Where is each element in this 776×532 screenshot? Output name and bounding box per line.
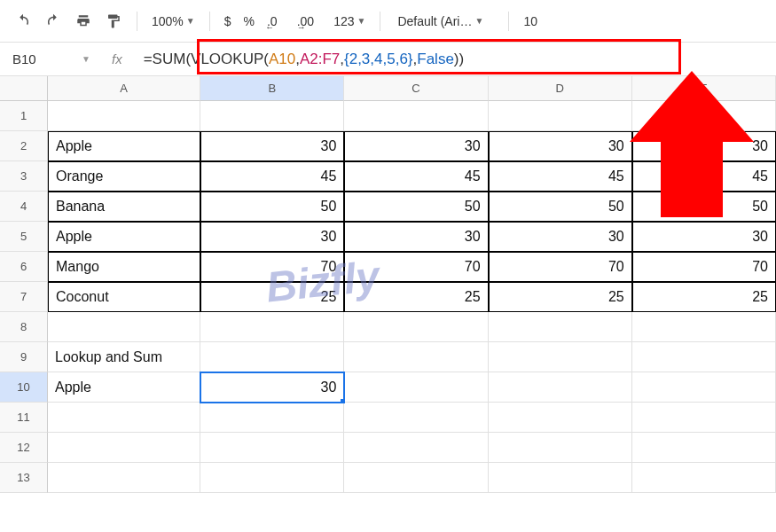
- increase-decimal-button[interactable]: .00 →: [294, 14, 317, 28]
- row-header-10[interactable]: 10: [0, 372, 48, 403]
- cell-E13[interactable]: [632, 463, 776, 493]
- cell-A3[interactable]: Orange: [48, 161, 200, 192]
- row-header-12[interactable]: 12: [0, 433, 48, 463]
- row-header-13[interactable]: 13: [0, 463, 48, 493]
- cell-C1[interactable]: [344, 101, 488, 131]
- cell-B13[interactable]: [200, 463, 344, 493]
- row-header-2[interactable]: 2: [0, 131, 48, 161]
- cell-D2[interactable]: 30: [489, 131, 632, 161]
- row-header-5[interactable]: 5: [0, 222, 48, 252]
- zoom-dropdown[interactable]: 100% ▼: [148, 14, 199, 28]
- cell-B8[interactable]: [200, 312, 344, 342]
- row-header-11[interactable]: 11: [0, 403, 48, 433]
- cell-A5[interactable]: Apple: [48, 222, 200, 252]
- row-header-9[interactable]: 9: [0, 342, 48, 372]
- active-cell-name: B10: [12, 51, 36, 66]
- cell-B7[interactable]: 25: [200, 282, 344, 312]
- cell-C6[interactable]: 70: [344, 252, 488, 282]
- cell-D10[interactable]: [489, 372, 632, 403]
- cell-A2[interactable]: Apple: [48, 131, 200, 161]
- print-button[interactable]: [71, 9, 96, 34]
- paint-format-button[interactable]: [101, 9, 126, 34]
- cell-E3[interactable]: 45: [632, 161, 776, 192]
- cell-B3[interactable]: 45: [200, 161, 344, 192]
- cell-A13[interactable]: [48, 463, 200, 493]
- cell-C12[interactable]: [344, 433, 488, 463]
- select-all-corner[interactable]: [0, 76, 48, 101]
- cell-C7[interactable]: 25: [344, 282, 488, 312]
- column-header-E[interactable]: E: [632, 76, 776, 101]
- cell-C10[interactable]: [344, 372, 488, 403]
- cell-C11[interactable]: [344, 403, 488, 433]
- cell-E11[interactable]: [632, 403, 776, 433]
- cell-C3[interactable]: 45: [344, 161, 488, 192]
- percent-button[interactable]: %: [240, 14, 258, 28]
- cell-B2[interactable]: 30: [200, 131, 344, 161]
- cell-E7[interactable]: 25: [632, 282, 776, 312]
- name-box[interactable]: B10 ▼: [9, 48, 98, 71]
- row-header-1[interactable]: 1: [0, 101, 48, 131]
- cell-D1[interactable]: [489, 101, 632, 131]
- row-header-8[interactable]: 8: [0, 312, 48, 342]
- cell-D6[interactable]: 70: [489, 252, 632, 282]
- cell-D11[interactable]: [489, 403, 632, 433]
- cell-B4[interactable]: 50: [200, 192, 344, 222]
- cell-B10[interactable]: 30: [200, 372, 344, 403]
- cell-A4[interactable]: Banana: [48, 192, 200, 222]
- cell-C4[interactable]: 50: [344, 192, 488, 222]
- font-size-input[interactable]: 10: [520, 14, 555, 28]
- cell-E1[interactable]: [632, 101, 776, 131]
- cell-E10[interactable]: [632, 372, 776, 403]
- cell-C9[interactable]: [344, 342, 488, 372]
- column-header-B[interactable]: B: [200, 76, 344, 101]
- cell-B1[interactable]: [200, 101, 344, 131]
- currency-button[interactable]: $: [221, 14, 235, 28]
- font-dropdown[interactable]: Default (Ari… ▼: [391, 11, 498, 32]
- cell-B12[interactable]: [200, 433, 344, 463]
- cell-D7[interactable]: 25: [489, 282, 632, 312]
- formula-bar[interactable]: =SUM(VLOOKUP(A10,A2:F7,{2,3,4,5,6},False…: [137, 46, 776, 73]
- cell-C8[interactable]: [344, 312, 488, 342]
- row-header-3[interactable]: 3: [0, 161, 48, 192]
- cell-D4[interactable]: 50: [489, 192, 632, 222]
- cell-E2[interactable]: 30: [632, 131, 776, 161]
- cell-D8[interactable]: [489, 312, 632, 342]
- cell-C5[interactable]: 30: [344, 222, 488, 252]
- cell-E5[interactable]: 30: [632, 222, 776, 252]
- cell-C13[interactable]: [344, 463, 488, 493]
- cell-D13[interactable]: [489, 463, 632, 493]
- grid[interactable]: ABCDE Apple30303030Orange45454545Banana5…: [48, 76, 776, 493]
- cell-D5[interactable]: 30: [489, 222, 632, 252]
- cell-B6[interactable]: 70: [200, 252, 344, 282]
- cell-D3[interactable]: 45: [489, 161, 632, 192]
- undo-button[interactable]: [11, 9, 35, 34]
- number-format-dropdown[interactable]: 123 ▼: [330, 14, 369, 28]
- cell-E4[interactable]: 50: [632, 192, 776, 222]
- cell-E9[interactable]: [632, 342, 776, 372]
- cell-D12[interactable]: [489, 433, 632, 463]
- cell-A11[interactable]: [48, 403, 200, 433]
- row-header-7[interactable]: 7: [0, 282, 48, 312]
- cell-E8[interactable]: [632, 312, 776, 342]
- row-header-6[interactable]: 6: [0, 252, 48, 282]
- cell-A7[interactable]: Coconut: [48, 282, 200, 312]
- cell-B9[interactable]: [200, 342, 344, 372]
- column-header-C[interactable]: C: [344, 76, 488, 101]
- cell-E6[interactable]: 70: [632, 252, 776, 282]
- column-header-A[interactable]: A: [48, 76, 200, 101]
- cell-A10[interactable]: Apple: [48, 372, 200, 403]
- decrease-decimal-button[interactable]: .0 ←: [263, 14, 281, 28]
- cell-D9[interactable]: [489, 342, 632, 372]
- cell-E12[interactable]: [632, 433, 776, 463]
- cell-B11[interactable]: [200, 403, 344, 433]
- redo-button[interactable]: [41, 9, 66, 34]
- cell-C2[interactable]: 30: [344, 131, 488, 161]
- cell-A1[interactable]: [48, 101, 200, 131]
- cell-A6[interactable]: Mango: [48, 252, 200, 282]
- cell-A8[interactable]: [48, 312, 200, 342]
- cell-B5[interactable]: 30: [200, 222, 344, 252]
- column-header-D[interactable]: D: [489, 76, 632, 101]
- row-header-4[interactable]: 4: [0, 192, 48, 222]
- cell-A9[interactable]: Lookup and Sum: [48, 342, 200, 372]
- cell-A12[interactable]: [48, 433, 200, 463]
